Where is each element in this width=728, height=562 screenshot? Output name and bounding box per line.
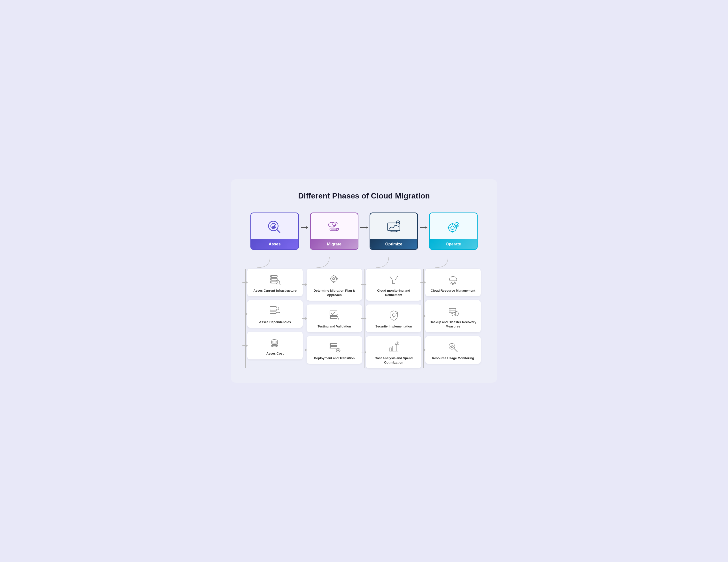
assess-item-2-icon [269,304,282,317]
svg-line-39 [279,283,281,285]
svg-rect-7 [274,225,275,228]
assess-item-1-icon [269,273,282,286]
optimize-item-2-label: Security Implementation [375,324,412,329]
svg-rect-62 [336,278,338,279]
optimize-icon-area [370,213,417,240]
optimize-item-2: Security Implementation [366,304,421,332]
svg-rect-63 [330,311,337,315]
operate-item-1: Cloud Resource Management [425,269,481,296]
migrate-item-1: Determine Migration Plan & Approach [307,269,362,301]
operate-sub-column: Cloud Resource Management $ [423,269,483,368]
optimize-sub-column: Cloud monitoring and Refinement [364,269,423,368]
assess-item-2-label: Asses Dependencies [259,320,291,324]
assess-label: Asses [251,240,298,249]
assess-item-3-icon: $ [269,336,282,349]
svg-point-33 [271,276,271,277]
operate-icon-area [430,213,477,240]
operate-item-1-label: Cloud Resource Management [431,288,475,293]
svg-point-9 [332,222,337,225]
operate-item-3-icon [447,340,460,353]
svg-point-80 [392,314,395,316]
migrate-item-1-label: Determine Migration Plan & Approach [310,288,358,297]
svg-rect-59 [333,275,334,276]
optimize-item-1-icon [387,273,400,286]
optimize-item-3-label: Cost Analysis and Spend Optimization [370,356,418,365]
svg-rect-29 [456,227,457,228]
assess-sub-column: Asses Current Infrastructure [245,269,305,368]
svg-point-14 [336,229,337,230]
svg-point-70 [330,344,331,345]
migrate-item-3-label: Deployment and Transition [314,356,355,360]
operate-label: Operate [430,240,477,249]
assess-icon-area [251,213,298,240]
svg-text:$: $ [397,342,398,345]
sub-grid: Asses Current Infrastructure [245,269,483,368]
svg-point-37 [271,282,271,282]
page-title: Different Phases of Cloud Migration [245,192,483,201]
svg-rect-26 [452,223,453,225]
phase-operate: Operate [429,213,478,250]
optimize-item-1: Cloud monitoring and Refinement [366,269,421,301]
connectors-svg [245,257,483,268]
migrate-item-3: Deployment and Transition [307,336,362,364]
optimize-item-2-icon [387,309,400,322]
svg-point-35 [271,279,271,280]
optimize-item-3-icon: $ [387,340,400,353]
svg-point-49 [279,312,280,313]
optimize-label: Optimize [370,240,417,249]
svg-rect-6 [273,226,274,228]
optimize-item-3: $ Cost Analysis and Spend Optimization [366,336,421,368]
svg-point-24 [449,224,456,232]
svg-marker-78 [390,276,398,283]
operate-item-2-label: Backup and Disaster Recovery Measures [429,320,477,329]
svg-point-73 [337,349,339,351]
migrate-item-2: Testing and Validation [307,304,362,332]
svg-rect-42 [270,312,276,313]
svg-point-101 [449,309,450,309]
svg-rect-3 [272,225,275,225]
svg-point-46 [278,307,279,307]
svg-point-11 [331,229,332,230]
svg-point-93 [452,283,454,285]
migrate-item-2-label: Testing and Validation [318,324,351,329]
svg-point-47 [278,309,279,310]
svg-point-102 [449,311,450,312]
phase-assess: Asses [250,213,299,250]
migrate-icon-area [311,213,358,240]
migrate-item-3-icon [328,340,341,353]
svg-line-94 [451,281,452,282]
operate-item-3: Resource Usage Monitoring [425,336,481,364]
page-wrapper: Different Phases of Cloud Migration Asse… [231,179,497,383]
arrow-3 [418,227,429,228]
svg-rect-12 [332,229,335,230]
svg-rect-87 [395,344,397,351]
svg-line-2 [277,230,280,233]
svg-point-71 [330,347,331,348]
assess-item-1: Asses Current Infrastructure [247,269,303,296]
migrate-item-2-icon [328,309,341,322]
assess-item-1-label: Asses Current Infrastructure [253,288,297,293]
svg-rect-85 [390,348,391,351]
svg-rect-61 [330,278,331,279]
arrow-1 [299,227,310,228]
assess-item-3-label: Asses Cost [266,351,284,356]
arrow-2 [358,227,370,228]
svg-rect-60 [333,281,334,283]
migrate-item-1-icon [328,273,341,286]
svg-rect-27 [452,231,453,232]
svg-rect-40 [270,306,276,308]
svg-line-106 [454,348,457,352]
svg-point-25 [451,226,454,229]
svg-rect-86 [392,346,394,351]
svg-point-108 [451,346,452,347]
phases-row: Asses [245,213,483,250]
svg-text:$: $ [273,338,275,341]
svg-point-65 [330,317,331,318]
assess-item-3: $ Asses Cost [247,331,303,359]
operate-item-3-label: Resource Usage Monitoring [432,356,474,360]
assess-item-2: Asses Dependencies [247,300,303,328]
svg-rect-41 [270,309,276,311]
operate-item-1-icon [447,273,460,286]
svg-point-57 [331,276,337,282]
phase-optimize: Optimize [370,213,418,250]
